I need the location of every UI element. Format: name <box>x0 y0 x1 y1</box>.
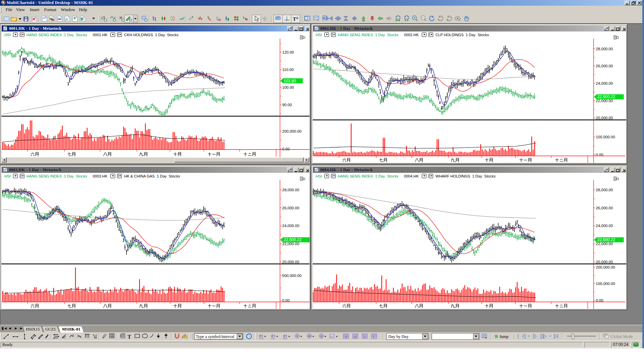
svg-text:Type a symbol/interval: Type a symbol/interval <box>196 334 235 339</box>
svg-text:x: x <box>438 18 439 21</box>
svg-text:1C: 1C <box>330 335 333 338</box>
svg-text:Q: Q <box>364 335 366 338</box>
svg-text:fx: fx <box>66 17 68 21</box>
svg-text:y: y <box>447 18 448 21</box>
svg-text:V: V <box>373 335 375 338</box>
svg-text:W: W <box>345 335 347 338</box>
svg-text:Day by Day: Day by Day <box>388 334 409 339</box>
svg-text:RNC: RNC <box>283 337 288 340</box>
svg-text:Jump: Jump <box>499 334 508 339</box>
svg-text:VOL: VOL <box>271 337 275 340</box>
svg-text:M: M <box>354 335 356 338</box>
svg-text:$: $ <box>81 17 83 21</box>
svg-text:T: T <box>293 17 296 22</box>
svg-text:Q: Q <box>320 335 322 338</box>
svg-text:»: » <box>92 15 95 20</box>
svg-text:TICK: TICK <box>259 337 264 340</box>
svg-text:S: S <box>296 335 298 338</box>
svg-text:E: E <box>72 334 74 337</box>
svg-text:H: H <box>227 19 229 21</box>
svg-text:Global Mode: Global Mode <box>611 334 633 339</box>
svg-text:M: M <box>308 335 311 338</box>
svg-text:T: T <box>128 334 131 340</box>
